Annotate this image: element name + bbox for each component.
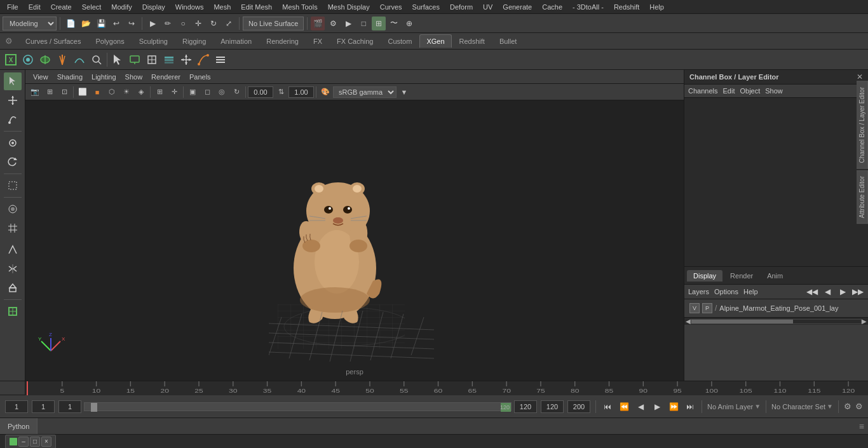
cb-show-menu[interactable]: Show: [765, 87, 783, 95]
vp-menu-panels[interactable]: Panels: [186, 72, 215, 82]
layer-tab-render[interactable]: Render: [724, 270, 759, 282]
layer-scroll-track[interactable]: [691, 319, 862, 324]
vp-refresh-btn[interactable]: ↻: [229, 86, 243, 98]
menu-edit-mesh[interactable]: Edit Mesh: [236, 2, 276, 12]
layer-visibility-btn[interactable]: V: [689, 303, 700, 313]
menu-mesh-display[interactable]: Mesh Display: [323, 2, 374, 12]
main-viewport[interactable]: persp X Y Z: [25, 100, 684, 381]
menu-curves[interactable]: Curves: [376, 2, 407, 12]
pb-step-fwd-btn[interactable]: ⏩: [667, 400, 680, 413]
crease-btn[interactable]: [4, 241, 22, 259]
shelf-layers-icon[interactable]: [161, 51, 177, 68]
paint-effects-btn[interactable]: [4, 111, 22, 128]
anim-layer-dropdown[interactable]: No Anim Layer ▼: [707, 403, 761, 411]
python-tab[interactable]: Python: [0, 418, 37, 434]
menu-windows[interactable]: Windows: [171, 2, 208, 12]
shelf-guides-icon[interactable]: [37, 51, 53, 68]
vp-cam-btn[interactable]: 📷: [28, 86, 42, 98]
cb-edit-menu[interactable]: Edit: [722, 87, 735, 95]
shelf-zoom-icon[interactable]: [88, 51, 105, 68]
tab-polygons[interactable]: Polygons: [88, 34, 131, 48]
undo-btn[interactable]: ↩: [109, 17, 123, 31]
tab-custom[interactable]: Custom: [381, 34, 419, 48]
snap-curve-btn[interactable]: 〜: [387, 17, 401, 31]
save-btn[interactable]: 💾: [94, 17, 108, 31]
vp-smooth-btn[interactable]: ◎: [215, 86, 229, 98]
python-settings-icon[interactable]: ≡: [855, 421, 868, 431]
character-set-arrow[interactable]: ▼: [827, 403, 833, 410]
vp-manip-btn[interactable]: ✛: [167, 86, 181, 98]
anim-settings-btn[interactable]: ⚙: [844, 402, 851, 411]
paint-btn[interactable]: ✏: [161, 17, 175, 31]
menu-mesh[interactable]: Mesh: [209, 2, 235, 12]
total-frames-input[interactable]: [567, 400, 590, 413]
snap-btn[interactable]: [4, 134, 22, 152]
scroll-left-arrow[interactable]: ◀: [686, 318, 691, 325]
tab-fx-caching[interactable]: FX Caching: [330, 34, 380, 48]
vp-colorspace-dropdown-icon[interactable]: ▼: [397, 86, 411, 98]
new-scene-btn[interactable]: 📄: [64, 17, 78, 31]
tab-sculpting[interactable]: Sculpting: [132, 34, 175, 48]
move-btn[interactable]: ✛: [191, 17, 205, 31]
tab-xgen[interactable]: XGen: [419, 34, 451, 48]
quad-draw-btn[interactable]: [4, 302, 22, 320]
panel-close-btn[interactable]: ✕: [857, 72, 863, 81]
shelf-arrows-icon[interactable]: [178, 51, 194, 68]
menu-create[interactable]: Create: [46, 2, 76, 12]
render-btn[interactable]: 🎬: [311, 17, 325, 31]
shelf-select-icon[interactable]: [109, 51, 126, 68]
pb-goto-start-btn[interactable]: ⏮: [601, 400, 614, 413]
extrude-btn[interactable]: [4, 279, 22, 297]
anim-end-input[interactable]: [541, 400, 564, 413]
layer-add-btn[interactable]: ◀◀: [806, 286, 818, 297]
menu-surfaces[interactable]: Surfaces: [408, 2, 444, 12]
menu-uv[interactable]: UV: [478, 2, 497, 12]
grid-icon[interactable]: [4, 219, 22, 237]
scroll-right-arrow[interactable]: ▶: [862, 318, 867, 325]
window-minimize-btn[interactable]: –: [18, 437, 29, 447]
select-tool-btn[interactable]: [4, 72, 22, 90]
marquee-btn[interactable]: [4, 177, 22, 194]
start-frame-input[interactable]: [5, 400, 28, 413]
table-row[interactable]: V P / Alpine_Marmot_Eating_Pose_001_lay: [687, 302, 865, 315]
cb-object-menu[interactable]: Object: [740, 87, 760, 95]
tab-animation[interactable]: Animation: [214, 34, 259, 48]
lasso-btn[interactable]: ○: [176, 17, 190, 31]
shelf-curve-edit-icon[interactable]: [195, 51, 212, 68]
vp-menu-lighting[interactable]: Lighting: [88, 72, 120, 82]
vp-menu-renderer[interactable]: Renderer: [147, 72, 184, 82]
snap-grid-btn[interactable]: ⊞: [372, 17, 386, 31]
pb-step-back-btn[interactable]: ⏪: [618, 400, 630, 413]
vp-cam-speed[interactable]: [248, 86, 273, 98]
vtab-attribute-editor[interactable]: Attribute Editor: [857, 170, 868, 224]
menu-mesh-tools[interactable]: Mesh Tools: [278, 2, 322, 12]
window-maximize-btn[interactable]: □: [30, 437, 40, 447]
tab-rigging[interactable]: Rigging: [175, 34, 213, 48]
vp-wireframe-btn[interactable]: ⬜: [76, 86, 90, 98]
options-menu[interactable]: Options: [714, 288, 738, 295]
tab-redshift[interactable]: Redshift: [452, 34, 492, 48]
layer-playback-btn[interactable]: P: [702, 303, 712, 313]
range-end-input[interactable]: [514, 400, 537, 413]
layer-remove-btn[interactable]: ◀: [821, 286, 834, 297]
vp-light-btn[interactable]: ☀: [119, 86, 133, 98]
layers-menu[interactable]: Layers: [688, 288, 709, 295]
menu-help[interactable]: Help: [645, 2, 668, 12]
anim-prefs-btn[interactable]: ⚙: [855, 402, 863, 411]
menu-edit[interactable]: Edit: [24, 2, 45, 12]
vp-menu-view[interactable]: View: [29, 72, 52, 82]
live-surface-btn[interactable]: No Live Surface: [243, 17, 304, 31]
open-file-btn[interactable]: 📂: [79, 17, 93, 31]
tab-gear-icon[interactable]: ⚙: [5, 36, 13, 46]
render-region-btn[interactable]: □: [356, 17, 370, 31]
rotate-tool-btn[interactable]: [4, 153, 22, 171]
vp-menu-shading[interactable]: Shading: [53, 72, 86, 82]
vp-textured-btn[interactable]: ⬡: [105, 86, 119, 98]
anim-layer-arrow[interactable]: ▼: [754, 403, 761, 410]
vtab-channel-box[interactable]: Channel Box / Layer Editor: [857, 81, 868, 169]
rotate-btn[interactable]: ↻: [207, 17, 220, 31]
vp-poly-btn[interactable]: ◻: [200, 86, 214, 98]
mode-selector[interactable]: Modeling Rigging Animation FX Rendering: [3, 17, 57, 31]
vp-grid-btn[interactable]: ⊞: [153, 86, 166, 98]
layer-tab-anim[interactable]: Anim: [761, 270, 789, 282]
